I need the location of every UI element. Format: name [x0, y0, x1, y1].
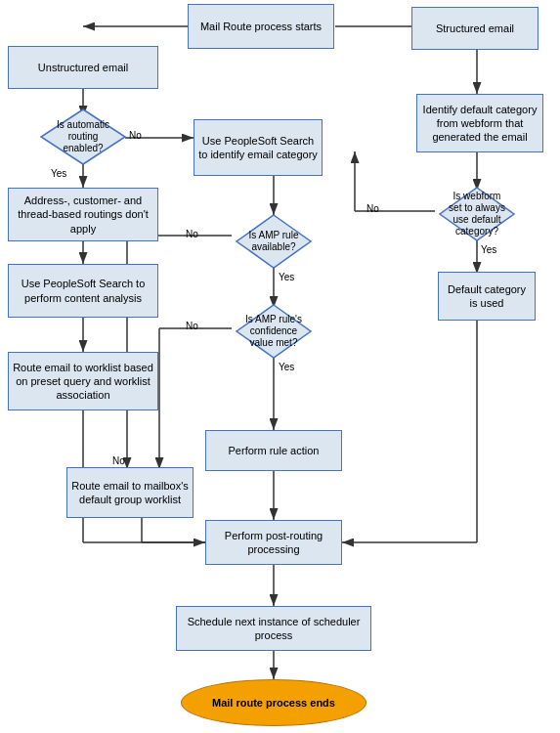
use-ps-search-label: Use PeopleSoft Search to identify email … [198, 134, 318, 162]
unstructured-box: Unstructured email [8, 46, 158, 89]
amp-confidence-label: Is AMP rule's confidence value met? [242, 314, 305, 349]
amp-rule-yes-label: Yes [279, 272, 294, 282]
start-label: Mail Route process starts [200, 20, 322, 33]
flowchart: Mail Route process starts Unstructured e… [0, 0, 560, 733]
amp-rule-no-label: No [186, 229, 198, 239]
webform-no-label: No [366, 203, 379, 214]
route-default-box: Route email to mailbox's default group w… [66, 467, 194, 518]
unstructured-label: Unstructured email [38, 61, 128, 74]
amp-rule-label: Is AMP rule available? [242, 230, 305, 253]
structured-box: Structured email [411, 7, 538, 50]
start-box: Mail Route process starts [188, 4, 334, 49]
schedule-next-box: Schedule next instance of scheduler proc… [176, 606, 371, 651]
webform-set-label: Is webform set to always use default cat… [446, 191, 508, 237]
auto-routing-label: Is automatic routing enabled? [47, 119, 119, 154]
amp-rule-diamond: Is AMP rule available? [235, 213, 313, 270]
end-label: Mail route process ends [212, 696, 335, 710]
webform-set-diamond: Is webform set to always use default cat… [438, 186, 516, 242]
route-worklist-box: Route email to worklist based on preset … [8, 352, 158, 410]
webform-yes-label: Yes [481, 244, 496, 255]
address-customer-label: Address-, customer- and thread-based rou… [13, 194, 153, 236]
end-oval: Mail route process ends [181, 679, 366, 726]
identify-default-box: Identify default category from webform t… [416, 94, 543, 152]
default-category-label: Default category is used [443, 282, 531, 311]
route-default-label: Route email to mailbox's default group w… [71, 479, 189, 507]
route-default-no-label: No [112, 455, 125, 466]
identify-default-label: Identify default category from webform t… [421, 103, 538, 145]
address-customer-box: Address-, customer- and thread-based rou… [8, 188, 158, 241]
auto-routing-diamond: Is automatic routing enabled? [39, 108, 127, 166]
use-ps-search-box: Use PeopleSoft Search to identify email … [194, 119, 323, 176]
amp-confidence-yes-label: Yes [279, 362, 294, 372]
auto-routing-yes-label: Yes [51, 168, 66, 179]
use-ps-content-box: Use PeopleSoft Search to perform content… [8, 264, 158, 318]
perform-rule-label: Perform rule action [229, 444, 320, 457]
structured-label: Structured email [436, 22, 514, 35]
auto-routing-no-label: No [129, 130, 142, 141]
use-ps-content-label: Use PeopleSoft Search to perform content… [13, 277, 153, 305]
perform-rule-box: Perform rule action [205, 430, 342, 471]
amp-confidence-no-label: No [186, 321, 198, 331]
amp-confidence-diamond: Is AMP rule's confidence value met? [235, 303, 313, 360]
perform-post-box: Perform post-routing processing [205, 520, 342, 565]
default-category-box: Default category is used [438, 272, 536, 321]
route-worklist-label: Route email to worklist based on preset … [13, 361, 153, 403]
perform-post-label: Perform post-routing processing [210, 529, 337, 557]
schedule-next-label: Schedule next instance of scheduler proc… [181, 615, 366, 643]
